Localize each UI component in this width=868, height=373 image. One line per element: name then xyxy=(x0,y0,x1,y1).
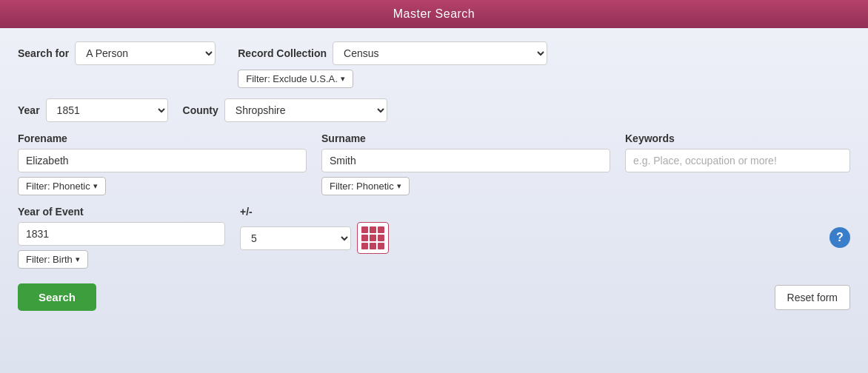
search-for-group: Search for A Person A Place An Event xyxy=(18,41,216,65)
year-event-filter-row: Filter: Birth xyxy=(18,250,225,269)
year-event-filter-button[interactable]: Filter: Birth xyxy=(18,250,88,269)
search-button[interactable]: Search xyxy=(18,283,96,311)
row4: Year of Event Filter: Birth +/- 5 1 2 3 xyxy=(18,206,850,269)
filter-exclude-row: Filter: Exclude U.S.A. xyxy=(238,70,547,88)
calculator-button[interactable] xyxy=(357,222,389,254)
bottom-row: Search Reset form xyxy=(18,283,850,311)
search-for-label: Search for xyxy=(18,47,69,59)
forename-group: Forename Filter: Phonetic xyxy=(18,132,307,195)
forename-input[interactable] xyxy=(18,149,307,172)
record-collection-label: Record Collection xyxy=(238,47,327,59)
year-event-label: Year of Event xyxy=(18,206,225,218)
master-search-header: Master Search xyxy=(0,0,868,28)
year-label: Year xyxy=(18,104,40,116)
help-button[interactable]: ? xyxy=(829,227,850,248)
pm-group: +/- 5 1 2 3 4 10 xyxy=(240,206,410,254)
surname-filter-button[interactable]: Filter: Phonetic xyxy=(321,177,410,195)
main-content: Search for A Person A Place An Event Rec… xyxy=(0,28,868,373)
row2: Year 1851 1841 1861 1871 1881 1891 1901 … xyxy=(18,98,850,122)
calculator-icon xyxy=(357,222,389,254)
keywords-group: Keywords xyxy=(625,132,850,172)
forename-filter-button[interactable]: Filter: Phonetic xyxy=(18,177,106,195)
surname-group: Surname Filter: Phonetic xyxy=(321,132,610,195)
search-for-select[interactable]: A Person A Place An Event xyxy=(75,41,216,65)
year-select[interactable]: 1851 1841 1861 1871 1881 1891 1901 xyxy=(46,98,168,122)
header-title: Master Search xyxy=(393,7,475,20)
year-event-input[interactable] xyxy=(18,222,225,246)
surname-label: Surname xyxy=(321,132,610,144)
keywords-label: Keywords xyxy=(625,132,850,144)
county-select[interactable]: Shropshire Cheshire Lancashire Yorkshire xyxy=(224,98,387,122)
surname-filter-row: Filter: Phonetic xyxy=(321,177,610,195)
row1: Search for A Person A Place An Event Rec… xyxy=(18,41,850,88)
year-event-group: Year of Event Filter: Birth xyxy=(18,206,225,269)
record-collection-group: Record Collection Census BMD Parish Reco… xyxy=(238,41,547,88)
pm-select[interactable]: 5 1 2 3 4 10 xyxy=(240,226,351,250)
keywords-input[interactable] xyxy=(625,149,850,172)
pm-row: 5 1 2 3 4 10 xyxy=(240,222,410,254)
record-collection-select[interactable]: Census BMD Parish Records xyxy=(333,41,547,65)
reset-button[interactable]: Reset form xyxy=(775,285,850,310)
county-group: County Shropshire Cheshire Lancashire Yo… xyxy=(183,98,387,122)
filter-exclude-button[interactable]: Filter: Exclude U.S.A. xyxy=(238,70,353,88)
year-group: Year 1851 1841 1861 1871 1881 1891 1901 xyxy=(18,98,168,122)
county-label: County xyxy=(183,104,218,116)
forename-label: Forename xyxy=(18,132,307,144)
surname-input[interactable] xyxy=(321,149,610,172)
record-collection-row: Record Collection Census BMD Parish Reco… xyxy=(238,41,547,65)
row3: Forename Filter: Phonetic Surname Filter… xyxy=(18,132,850,195)
forename-filter-row: Filter: Phonetic xyxy=(18,177,307,195)
pm-label: +/- xyxy=(240,206,410,218)
